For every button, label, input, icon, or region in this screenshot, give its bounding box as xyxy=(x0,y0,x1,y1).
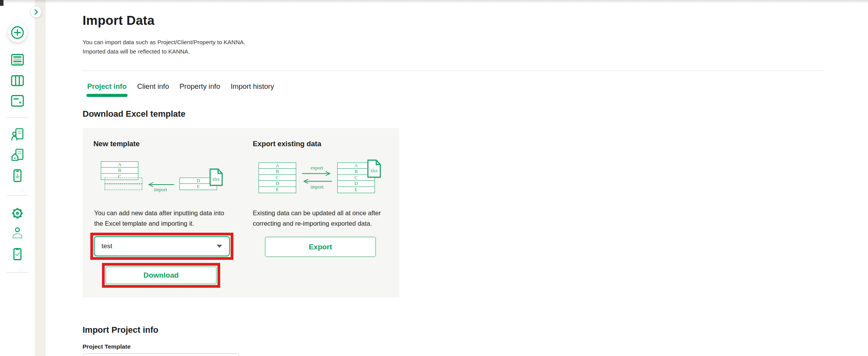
export-existing-title: Export existing data xyxy=(253,140,321,148)
sidebar-divider xyxy=(7,272,28,273)
sidebar-item-board-columns[interactable] xyxy=(11,74,24,87)
annotation-highlight-select: test xyxy=(90,233,233,260)
intro-line: You can import data such as Project/Clie… xyxy=(83,38,245,47)
export-arrow-icon xyxy=(302,171,332,176)
header-divider xyxy=(83,71,823,71)
import-arrow-label: import xyxy=(147,187,174,193)
clipboard-check-icon xyxy=(11,247,24,261)
xlsx-file-icon: xlsx xyxy=(367,159,381,178)
sidebar-item-form-board[interactable] xyxy=(11,94,24,107)
chevron-down-icon xyxy=(217,245,222,248)
sidebar-divider xyxy=(7,118,28,118)
sidebar-divider xyxy=(7,195,28,195)
top-shadow xyxy=(0,0,868,3)
template-select[interactable]: test xyxy=(94,236,230,256)
house-document-icon xyxy=(11,149,24,162)
export-arrow-label: export xyxy=(302,165,332,171)
intro-line: Imported data will be reflected to KANNA… xyxy=(83,47,245,56)
diagram-table-dashed xyxy=(105,178,142,190)
gear-icon xyxy=(11,207,24,220)
plus-circle-icon xyxy=(10,25,25,40)
background-band xyxy=(35,0,46,356)
chevron-right-icon xyxy=(31,7,41,17)
template-select-value: test xyxy=(102,242,112,250)
add-button[interactable] xyxy=(8,23,27,42)
page-intro: You can import data such as Project/Clie… xyxy=(83,38,245,56)
page-title: Import Data xyxy=(83,13,155,28)
sidebar-item-import-history[interactable] xyxy=(11,247,24,261)
sidebar-item-account[interactable] xyxy=(11,226,24,239)
download-template-heading: Download Excel template xyxy=(83,109,185,119)
import-arrow-icon xyxy=(147,182,174,187)
import-arrow-icon xyxy=(302,179,332,184)
new-template-title: New template xyxy=(93,140,140,148)
xlsx-file-icon: xlsx xyxy=(209,168,223,186)
active-tab-underline xyxy=(86,94,128,97)
person-icon xyxy=(11,226,24,239)
list-icon xyxy=(11,53,24,66)
import-project-info-heading: Import Project info xyxy=(83,325,159,335)
tab-property-info[interactable]: Property info xyxy=(179,82,220,97)
new-template-description: You can add new data after inputting dat… xyxy=(94,208,224,229)
export-button[interactable]: Export xyxy=(265,237,376,257)
tab-import-history[interactable]: Import history xyxy=(231,82,274,97)
device-download-icon xyxy=(11,169,24,182)
sidebar-item-clients[interactable] xyxy=(11,128,24,141)
sidebar-item-properties[interactable] xyxy=(11,149,24,162)
import-data-page: Import Data You can import data such as … xyxy=(0,0,868,356)
sidebar-item-import[interactable] xyxy=(11,169,24,182)
sidebar-item-settings[interactable] xyxy=(11,207,24,220)
sidebar-item-project-list[interactable] xyxy=(11,53,24,66)
download-button[interactable]: Download xyxy=(105,266,217,284)
tab-client-info[interactable]: Client info xyxy=(137,82,169,97)
person-document-icon xyxy=(11,128,24,141)
tab-bar: Project info Client info Property info I… xyxy=(87,82,274,97)
svg-text:xlsx: xlsx xyxy=(370,168,378,173)
sidebar-expand-button[interactable] xyxy=(31,7,41,17)
annotation-highlight-download: Download xyxy=(102,263,220,288)
project-template-label: Project Template xyxy=(83,343,131,350)
columns-icon xyxy=(11,74,24,87)
tab-project-info[interactable]: Project info xyxy=(87,82,127,97)
diagram-table-abcde-left: A B C D E xyxy=(259,163,296,193)
template-card: New template A B C import D E xlsx xyxy=(83,128,399,297)
svg-text:xlsx: xlsx xyxy=(212,177,219,181)
project-template-select[interactable] xyxy=(83,353,239,356)
import-arrow-label: import xyxy=(302,184,332,190)
export-existing-description: Existing data can be updated all at once… xyxy=(253,208,381,229)
window-corner-artifact xyxy=(0,0,3,6)
form-icon xyxy=(11,94,24,107)
